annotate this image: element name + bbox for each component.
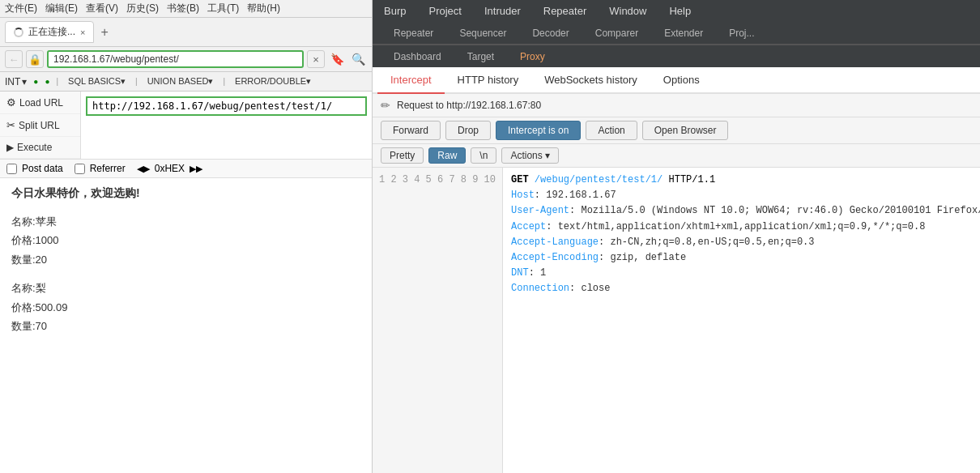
action-bar: Forward Drop Intercept is on Action Open… [373, 117, 980, 144]
burp-tabs-row1: Repeater Sequencer Decoder Comparer Exte… [373, 22, 980, 45]
open-browser-button[interactable]: Open Browser [642, 121, 729, 140]
dropdown-arrow: ▾ [22, 76, 27, 87]
split-url-icon: ✂ [6, 119, 15, 131]
split-url-label: Split URL [19, 120, 60, 131]
sub-tab-intercept[interactable]: Intercept [377, 67, 445, 94]
menu-help[interactable]: 帮助(H) [247, 2, 280, 15]
menu-edit[interactable]: 编辑(E) [45, 2, 78, 15]
tab-repeater[interactable]: Repeater [381, 22, 446, 44]
load-url-icon: ⚙ [6, 96, 16, 109]
intercept-info-bar: ✏ Request to http://192.168.1.67:80 [373, 94, 980, 117]
burp-menu-repeater[interactable]: Repeater [540, 3, 590, 19]
int-label: INT [5, 76, 20, 87]
action-button[interactable]: Action [586, 121, 637, 140]
burp-tabs-row2: Dashboard Target Proxy [373, 45, 980, 67]
product-1: 名称:苹果 价格:1000 数量:20 [11, 212, 360, 269]
arrow-left: ◀▶ [137, 164, 150, 174]
execute-tool[interactable]: ▶ Execute [0, 137, 80, 159]
product-1-name: 名称:苹果 [11, 212, 360, 231]
burp-menu-burp[interactable]: Burp [381, 3, 409, 19]
tab-proxy[interactable]: Proxy [507, 45, 558, 69]
product-2: 名称:梨 价格:500.09 数量:70 [11, 279, 360, 335]
back-button[interactable]: ← [5, 50, 23, 68]
pretty-tab[interactable]: Pretty [381, 147, 424, 164]
product-1-qty: 数量:20 [11, 250, 360, 269]
cancel-button[interactable]: × [307, 50, 325, 68]
burp-menu-project[interactable]: Project [425, 3, 464, 19]
load-url-tool[interactable]: ⚙ Load URL [0, 92, 80, 114]
tab-extender[interactable]: Extender [651, 22, 716, 44]
browser-navbar: ← 🔒 × 🔖 🔍 [0, 47, 372, 72]
referrer-label: Referrer [90, 163, 126, 174]
green-indicator: ● [33, 77, 38, 86]
bookmark-icon[interactable]: 🔖 [328, 50, 346, 68]
editor-bar: Pretty Raw \n Actions ▾ [373, 144, 980, 168]
execute-icon: ▶ [6, 142, 14, 153]
sql-basics-btn[interactable]: SQL BASICS▾ [65, 75, 129, 87]
security-icon: 🔒 [26, 50, 44, 68]
hex-label: 0xHEX [155, 163, 185, 174]
browser-menubar: 文件(E) 编辑(E) 查看(V) 历史(S) 书签(B) 工具(T) 帮助(H… [0, 0, 372, 18]
code-area: 1 2 3 4 5 6 7 8 9 10 GET /webug/pentest/… [373, 168, 980, 473]
menu-file[interactable]: 文件(E) [5, 2, 37, 15]
forward-button[interactable]: Forward [381, 121, 441, 140]
burp-menubar: Burp Project Intruder Repeater Window He… [373, 0, 980, 22]
request-info: Request to http://192.168.1.67:80 [397, 100, 541, 111]
loading-spinner [14, 28, 23, 37]
tab-title: 正在连接... [28, 25, 75, 39]
arrow-right: ▶▶ [190, 164, 202, 174]
tab-decoder[interactable]: Decoder [519, 22, 582, 44]
url-input[interactable] [47, 50, 304, 68]
code-content[interactable]: GET /webug/pentest/test/1/ HTTP/1.1 Host… [503, 168, 980, 473]
line-numbers: 1 2 3 4 5 6 7 8 9 10 [373, 168, 503, 473]
post-data-checkbox[interactable] [6, 164, 17, 174]
union-based-btn[interactable]: UNION BASED▾ [144, 75, 217, 87]
menu-view[interactable]: 查看(V) [86, 2, 118, 15]
tabs-group-row1: Repeater Sequencer Decoder Comparer Exte… [381, 22, 768, 44]
page-content: 今日水果特价，欢迎选购! 名称:苹果 价格:1000 数量:20 名称:梨 价格… [0, 178, 372, 473]
int-dropdown[interactable]: INT ▾ [5, 76, 27, 87]
browser-panel: 文件(E) 编辑(E) 查看(V) 历史(S) 书签(B) 工具(T) 帮助(H… [0, 0, 373, 473]
search-icon[interactable]: 🔍 [349, 50, 367, 68]
post-data-label: Post data [22, 163, 63, 174]
sub-tab-options[interactable]: Options [650, 67, 713, 94]
burp-menu-help[interactable]: Help [666, 3, 694, 19]
pencil-icon: ✏ [381, 99, 390, 112]
new-tab-button[interactable]: + [100, 25, 108, 40]
menu-history[interactable]: 历史(S) [126, 2, 159, 15]
menu-bookmarks[interactable]: 书签(B) [167, 2, 199, 15]
actions-label: Actions [510, 150, 542, 161]
burp-panel: Burp Project Intruder Repeater Window He… [373, 0, 980, 473]
raw-tab[interactable]: Raw [428, 147, 466, 164]
sub-tab-http-history[interactable]: HTTP history [445, 67, 532, 94]
tab-dashboard[interactable]: Dashboard [381, 45, 454, 67]
browser-main: ⚙ Load URL ✂ Split URL ▶ Execute Post da… [0, 92, 372, 473]
actions-dropdown[interactable]: Actions ▾ [501, 147, 558, 164]
menu-tools[interactable]: 工具(T) [207, 2, 239, 15]
tab-close-button[interactable]: × [80, 28, 85, 37]
browser-tabbar: 正在连接... × + [0, 18, 372, 47]
execute-label: Execute [17, 142, 52, 153]
pentest-url-input[interactable] [86, 96, 367, 116]
burp-menu-window[interactable]: Window [606, 3, 650, 19]
slash-n-tab[interactable]: \n [471, 147, 496, 164]
page-title: 今日水果特价，欢迎选购! [11, 186, 360, 201]
tab-comparer[interactable]: Comparer [582, 22, 651, 44]
product-2-price: 价格:500.09 [11, 298, 360, 317]
intercept-on-button[interactable]: Intercept is on [496, 121, 581, 140]
error-double-btn[interactable]: ERROR/DOUBLE▾ [232, 75, 314, 87]
actions-dropdown-arrow: ▾ [545, 150, 550, 161]
drop-button[interactable]: Drop [445, 121, 491, 140]
browser-tab[interactable]: 正在连接... × [5, 21, 94, 43]
product-2-qty: 数量:70 [11, 317, 360, 335]
tab-sequencer[interactable]: Sequencer [446, 22, 519, 44]
tab-proj[interactable]: Proj... [716, 22, 767, 44]
referrer-checkbox[interactable] [75, 164, 85, 174]
product-2-name: 名称:梨 [11, 279, 360, 297]
tab-target[interactable]: Target [454, 45, 507, 67]
burp-menu-intruder[interactable]: Intruder [481, 3, 524, 19]
left-tools-sidebar: ⚙ Load URL ✂ Split URL ▶ Execute [0, 92, 81, 159]
split-url-tool[interactable]: ✂ Split URL [0, 114, 80, 137]
sub-tab-websockets[interactable]: WebSockets history [531, 67, 650, 94]
options-row: Post data Referrer ◀▶ 0xHEX ▶▶ [0, 160, 372, 178]
